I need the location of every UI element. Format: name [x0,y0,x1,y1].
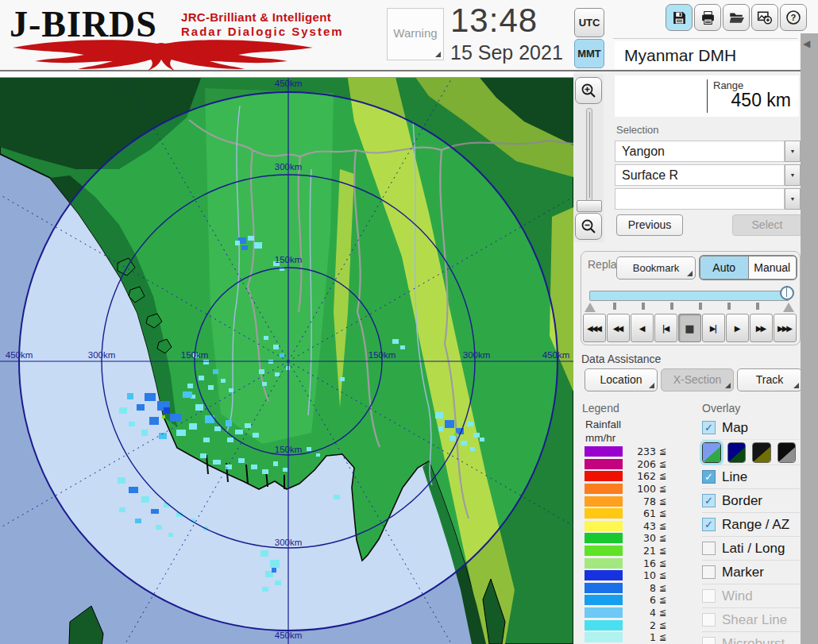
overlay-label: Range / AZ [722,517,789,533]
checkbox-lati-long[interactable] [702,542,716,555]
step-back-button[interactable]: |◀ [654,314,677,342]
map-style-chip-black-gray[interactable] [777,442,797,463]
radar-map[interactable]: 450km 300km 150km 150km 300km 450km 450k… [0,74,573,644]
legend-entry: 21≦ [585,545,680,557]
clock-time: 13:48 [450,2,538,40]
stop-button[interactable]: ■ [678,314,701,342]
legend-color-swatch [585,620,623,631]
overlay-item-line: ✓Line [702,465,802,488]
capture-button[interactable] [751,4,778,31]
print-button[interactable] [694,4,721,31]
track-button[interactable]: Track [737,368,802,391]
panel-separator [613,38,797,39]
svg-text:?: ? [791,13,797,22]
legend-value: 6 [623,594,656,606]
legend-unit-line1: Rainfall [585,418,621,430]
chevron-down-icon: ▼ [790,196,796,202]
legend-operator: ≦ [659,521,666,531]
map-style-chip-navy-darkgreen[interactable] [727,442,747,463]
zoom-out-button[interactable] [575,213,602,240]
bookmark-button[interactable]: Bookmark [616,256,696,280]
legend-value: 16 [623,557,656,569]
capture-icon [757,10,773,25]
jump-to-oldest-button[interactable]: ◀◀◀ [583,314,606,342]
legend-value: 233 [623,445,656,457]
legend-value: 1 [623,631,656,643]
timeline-tick [670,303,673,310]
step-forward-button[interactable]: ▶| [702,314,725,342]
overlay-title: Overlay [702,402,740,415]
auto-mode-button[interactable]: Auto [700,256,749,279]
manual-mode-button[interactable]: Manual [749,256,797,279]
map-zoom-handle[interactable] [577,200,602,212]
selection-label: Selection [616,124,658,136]
checkbox-shear-line [702,613,716,627]
legend-title: Legend [582,402,619,415]
checkbox-marker[interactable] [702,565,716,579]
checkbox-wind [702,589,716,603]
legend-value: 100 [623,483,656,495]
map-style-chip-blue-green[interactable] [702,442,721,463]
legend-scale: 233≦206≦162≦100≦78≦61≦43≦30≦21≦16≦10≦8≦6… [585,445,680,644]
legend-operator: ≦ [659,496,666,507]
open-folder-button[interactable] [723,4,750,31]
panel-collapse-strip[interactable] [801,33,818,644]
legend-entry: 8≦ [585,582,680,595]
legend-operator: ≦ [659,484,666,494]
checkbox-range-az[interactable]: ✓ [702,518,716,531]
checkbox-map[interactable]: ✓ [702,421,716,434]
timeline-end-marker [783,303,794,312]
overlay-label: Border [722,493,762,509]
site-select-field[interactable]: Yangon [615,141,785,162]
legend-operator: ≦ [659,471,666,481]
select-button[interactable]: Select [732,214,802,236]
legend-color-swatch [585,446,623,457]
legend-entry: 6≦ [585,594,680,607]
zoom-in-button[interactable] [575,77,602,104]
legend-entry: 61≦ [585,507,680,520]
timezone-utc-button[interactable]: UTC [574,8,604,37]
warning-button[interactable]: Warning [387,8,444,60]
overlay-item-map: ✓Map [702,416,802,439]
play-reverse-button[interactable]: ◀ [631,314,654,342]
ring-label: 300km [88,350,116,360]
product-select-dropdown-button[interactable]: ▼ [785,164,801,186]
legend-color-swatch [585,484,623,494]
overlay-label: Line [722,469,747,485]
checkbox-line[interactable]: ✓ [702,470,716,484]
timezone-mmt-button[interactable]: MMT [574,39,604,68]
fast-rewind-button[interactable]: ◀◀ [607,314,630,342]
replay-timeline-slider[interactable] [589,291,789,301]
checkbox-border[interactable]: ✓ [702,494,716,507]
overlay-item-range-az: ✓Range / AZ [702,512,802,536]
timeline-tick [727,303,731,310]
overlay-label: Wind [722,588,753,604]
legend-entry: 2≦ [585,619,680,631]
legend-color-swatch [585,632,623,642]
legend-operator: ≦ [659,570,666,580]
option-select-field[interactable] [615,188,785,210]
site-select-dropdown-button[interactable]: ▼ [785,141,801,162]
play-button[interactable]: ▶ [726,314,749,342]
jump-to-newest-button[interactable]: ▶▶▶ [774,314,797,342]
legend-operator: ≦ [659,533,666,543]
fast-forward-button[interactable]: ▶▶ [750,314,773,342]
product-select-field[interactable]: Surface R [615,164,785,186]
previous-button[interactable]: Previous [616,214,683,236]
save-button[interactable] [666,4,693,31]
legend-entry: 43≦ [585,520,680,533]
legend-color-swatch [585,496,623,507]
overlay-item-wind: Wind [702,584,802,607]
replay-slider-handle[interactable] [780,286,794,300]
chevron-down-icon: ▼ [790,172,796,178]
help-button[interactable]: ? [780,4,807,31]
option-select-dropdown-button[interactable]: ▼ [785,188,801,210]
range-box: Range 450 km [615,75,799,117]
ring-label: 150km [275,445,303,454]
location-button[interactable]: Location [585,368,658,391]
map-zoom-slider[interactable] [586,108,592,202]
legend-value: 30 [623,532,656,544]
map-style-chip-black-olive[interactable] [752,442,771,463]
x-section-button[interactable]: X-Section [661,368,734,391]
legend-color-swatch [585,533,623,543]
